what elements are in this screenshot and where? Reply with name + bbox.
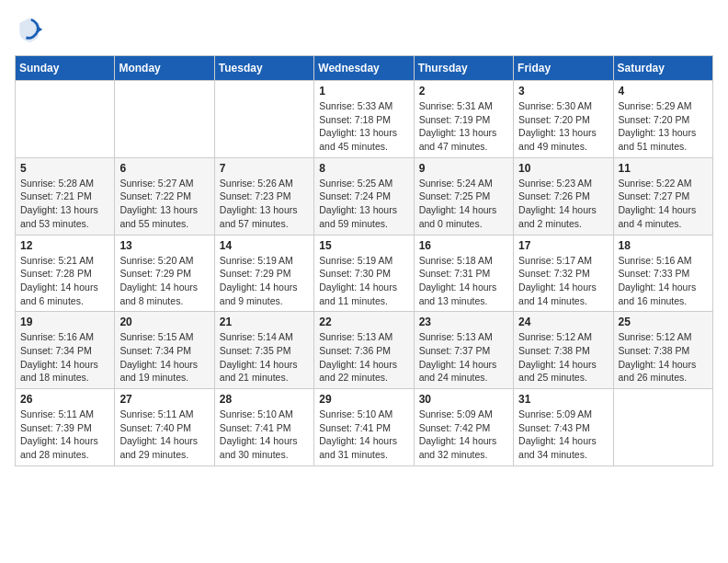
calendar-cell: 26Sunrise: 5:11 AM Sunset: 7:39 PM Dayli… bbox=[16, 389, 115, 466]
day-number: 28 bbox=[220, 393, 309, 406]
calendar-cell: 27Sunrise: 5:11 AM Sunset: 7:40 PM Dayli… bbox=[115, 389, 214, 466]
svg-marker-0 bbox=[38, 26, 42, 32]
day-number: 1 bbox=[319, 85, 408, 98]
day-info: Sunrise: 5:09 AM Sunset: 7:43 PM Dayligh… bbox=[518, 408, 608, 462]
day-info: Sunrise: 5:12 AM Sunset: 7:38 PM Dayligh… bbox=[619, 330, 708, 385]
calendar-week-3: 12Sunrise: 5:21 AM Sunset: 7:28 PM Dayli… bbox=[16, 235, 713, 312]
day-number: 16 bbox=[419, 239, 508, 252]
calendar-cell: 29Sunrise: 5:10 AM Sunset: 7:41 PM Dayli… bbox=[314, 389, 414, 466]
calendar-header-row: SundayMondayTuesdayWednesdayThursdayFrid… bbox=[16, 56, 713, 81]
calendar-cell: 15Sunrise: 5:19 AM Sunset: 7:30 PM Dayli… bbox=[314, 235, 414, 312]
day-info: Sunrise: 5:15 AM Sunset: 7:34 PM Dayligh… bbox=[119, 330, 209, 385]
day-info: Sunrise: 5:10 AM Sunset: 7:41 PM Dayligh… bbox=[220, 408, 309, 462]
day-info: Sunrise: 5:27 AM Sunset: 7:22 PM Dayligh… bbox=[119, 177, 209, 231]
calendar-cell: 17Sunrise: 5:17 AM Sunset: 7:32 PM Dayli… bbox=[514, 235, 613, 312]
day-info: Sunrise: 5:10 AM Sunset: 7:41 PM Dayligh… bbox=[319, 408, 408, 462]
calendar-cell: 24Sunrise: 5:12 AM Sunset: 7:38 PM Dayli… bbox=[514, 312, 613, 389]
day-info: Sunrise: 5:09 AM Sunset: 7:42 PM Dayligh… bbox=[419, 408, 508, 462]
day-info: Sunrise: 5:31 AM Sunset: 7:19 PM Dayligh… bbox=[419, 99, 508, 154]
calendar-cell bbox=[613, 389, 712, 466]
day-number: 31 bbox=[518, 393, 608, 406]
day-info: Sunrise: 5:26 AM Sunset: 7:23 PM Dayligh… bbox=[220, 177, 309, 231]
calendar-cell: 6Sunrise: 5:27 AM Sunset: 7:22 PM Daylig… bbox=[115, 157, 214, 235]
calendar-cell: 3Sunrise: 5:30 AM Sunset: 7:20 PM Daylig… bbox=[514, 81, 613, 158]
calendar-cell bbox=[16, 81, 115, 158]
calendar-cell: 28Sunrise: 5:10 AM Sunset: 7:41 PM Dayli… bbox=[214, 389, 313, 466]
day-info: Sunrise: 5:30 AM Sunset: 7:20 PM Dayligh… bbox=[518, 99, 608, 154]
day-info: Sunrise: 5:22 AM Sunset: 7:27 PM Dayligh… bbox=[619, 177, 708, 231]
calendar-cell: 2Sunrise: 5:31 AM Sunset: 7:19 PM Daylig… bbox=[414, 81, 513, 158]
day-number: 12 bbox=[20, 239, 109, 252]
page-header bbox=[15, 15, 713, 44]
day-number: 9 bbox=[419, 162, 508, 175]
day-info: Sunrise: 5:11 AM Sunset: 7:40 PM Dayligh… bbox=[119, 408, 209, 462]
calendar-cell: 13Sunrise: 5:20 AM Sunset: 7:29 PM Dayli… bbox=[115, 235, 214, 312]
day-number: 19 bbox=[20, 316, 109, 328]
day-info: Sunrise: 5:11 AM Sunset: 7:39 PM Dayligh… bbox=[20, 408, 109, 462]
calendar-week-4: 19Sunrise: 5:16 AM Sunset: 7:34 PM Dayli… bbox=[16, 312, 713, 389]
day-info: Sunrise: 5:13 AM Sunset: 7:36 PM Dayligh… bbox=[319, 330, 408, 385]
day-number: 24 bbox=[518, 316, 608, 328]
day-of-week-tuesday: Tuesday bbox=[214, 56, 313, 81]
day-of-week-sunday: Sunday bbox=[16, 56, 115, 81]
calendar-cell: 12Sunrise: 5:21 AM Sunset: 7:28 PM Dayli… bbox=[16, 235, 115, 312]
day-number: 5 bbox=[20, 162, 109, 175]
calendar-cell: 7Sunrise: 5:26 AM Sunset: 7:23 PM Daylig… bbox=[214, 157, 313, 235]
day-number: 27 bbox=[119, 393, 209, 406]
day-number: 26 bbox=[20, 393, 109, 406]
calendar-cell: 8Sunrise: 5:25 AM Sunset: 7:24 PM Daylig… bbox=[314, 157, 414, 235]
calendar-cell: 10Sunrise: 5:23 AM Sunset: 7:26 PM Dayli… bbox=[514, 157, 613, 235]
day-info: Sunrise: 5:19 AM Sunset: 7:29 PM Dayligh… bbox=[220, 254, 309, 308]
day-number: 7 bbox=[220, 162, 309, 175]
calendar-cell: 20Sunrise: 5:15 AM Sunset: 7:34 PM Dayli… bbox=[115, 312, 214, 389]
calendar-cell: 22Sunrise: 5:13 AM Sunset: 7:36 PM Dayli… bbox=[314, 312, 414, 389]
logo bbox=[15, 15, 48, 44]
day-number: 22 bbox=[319, 316, 408, 328]
day-number: 14 bbox=[220, 239, 309, 252]
day-number: 11 bbox=[619, 162, 708, 175]
day-of-week-saturday: Saturday bbox=[613, 56, 712, 81]
logo-icon bbox=[15, 15, 44, 44]
day-number: 4 bbox=[619, 85, 708, 98]
day-number: 30 bbox=[419, 393, 508, 406]
day-info: Sunrise: 5:16 AM Sunset: 7:34 PM Dayligh… bbox=[20, 330, 109, 385]
day-info: Sunrise: 5:17 AM Sunset: 7:32 PM Dayligh… bbox=[518, 254, 608, 308]
calendar-cell: 25Sunrise: 5:12 AM Sunset: 7:38 PM Dayli… bbox=[613, 312, 712, 389]
day-number: 2 bbox=[419, 85, 508, 98]
calendar-cell: 1Sunrise: 5:33 AM Sunset: 7:18 PM Daylig… bbox=[314, 81, 414, 158]
day-number: 21 bbox=[220, 316, 309, 328]
calendar-cell: 14Sunrise: 5:19 AM Sunset: 7:29 PM Dayli… bbox=[214, 235, 313, 312]
calendar-week-5: 26Sunrise: 5:11 AM Sunset: 7:39 PM Dayli… bbox=[16, 389, 713, 466]
day-number: 13 bbox=[119, 239, 209, 252]
day-number: 10 bbox=[518, 162, 608, 175]
day-info: Sunrise: 5:16 AM Sunset: 7:33 PM Dayligh… bbox=[619, 254, 708, 308]
calendar-cell bbox=[115, 81, 214, 158]
calendar-cell: 31Sunrise: 5:09 AM Sunset: 7:43 PM Dayli… bbox=[514, 389, 613, 466]
day-number: 17 bbox=[518, 239, 608, 252]
day-info: Sunrise: 5:33 AM Sunset: 7:18 PM Dayligh… bbox=[319, 99, 408, 154]
day-info: Sunrise: 5:18 AM Sunset: 7:31 PM Dayligh… bbox=[419, 254, 508, 308]
calendar-cell: 16Sunrise: 5:18 AM Sunset: 7:31 PM Dayli… bbox=[414, 235, 513, 312]
calendar-cell: 11Sunrise: 5:22 AM Sunset: 7:27 PM Dayli… bbox=[613, 157, 712, 235]
day-number: 23 bbox=[419, 316, 508, 328]
day-info: Sunrise: 5:25 AM Sunset: 7:24 PM Dayligh… bbox=[319, 177, 408, 231]
calendar-cell: 21Sunrise: 5:14 AM Sunset: 7:35 PM Dayli… bbox=[214, 312, 313, 389]
day-info: Sunrise: 5:21 AM Sunset: 7:28 PM Dayligh… bbox=[20, 254, 109, 308]
calendar-week-2: 5Sunrise: 5:28 AM Sunset: 7:21 PM Daylig… bbox=[16, 157, 713, 235]
day-info: Sunrise: 5:12 AM Sunset: 7:38 PM Dayligh… bbox=[518, 330, 608, 385]
day-number: 20 bbox=[119, 316, 209, 328]
calendar-cell: 30Sunrise: 5:09 AM Sunset: 7:42 PM Dayli… bbox=[414, 389, 513, 466]
calendar-cell: 23Sunrise: 5:13 AM Sunset: 7:37 PM Dayli… bbox=[414, 312, 513, 389]
calendar-table: SundayMondayTuesdayWednesdayThursdayFrid… bbox=[15, 55, 713, 466]
day-number: 15 bbox=[319, 239, 408, 252]
day-info: Sunrise: 5:20 AM Sunset: 7:29 PM Dayligh… bbox=[119, 254, 209, 308]
day-info: Sunrise: 5:23 AM Sunset: 7:26 PM Dayligh… bbox=[518, 177, 608, 231]
day-info: Sunrise: 5:29 AM Sunset: 7:20 PM Dayligh… bbox=[619, 99, 708, 154]
calendar-week-1: 1Sunrise: 5:33 AM Sunset: 7:18 PM Daylig… bbox=[16, 81, 713, 158]
day-number: 6 bbox=[119, 162, 209, 175]
day-number: 29 bbox=[319, 393, 408, 406]
day-info: Sunrise: 5:14 AM Sunset: 7:35 PM Dayligh… bbox=[220, 330, 309, 385]
calendar-cell: 18Sunrise: 5:16 AM Sunset: 7:33 PM Dayli… bbox=[613, 235, 712, 312]
calendar-cell bbox=[214, 81, 313, 158]
calendar-cell: 19Sunrise: 5:16 AM Sunset: 7:34 PM Dayli… bbox=[16, 312, 115, 389]
